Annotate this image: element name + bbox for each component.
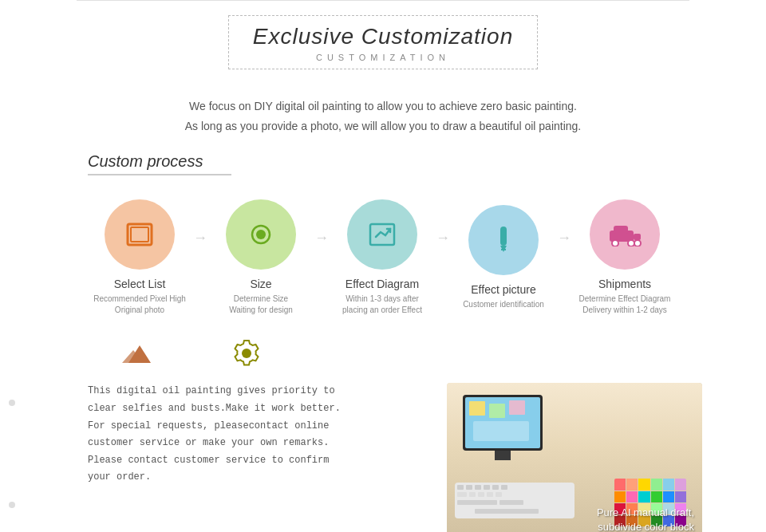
header-section: Exclusive Customization CUSTOMIZATION (0, 1, 766, 77)
step-select-list: Select List Recommended Pixel High Origi… (88, 199, 192, 316)
effect-diagram-icon (368, 223, 397, 246)
svg-rect-25 (501, 485, 507, 490)
body-line5: Please contact customer service to confi… (88, 452, 423, 470)
color-swatch (614, 479, 626, 490)
arrow-3: → (436, 230, 450, 246)
keyboard (455, 483, 574, 518)
color-swatch (638, 491, 650, 502)
content-area: Custom process Select List (24, 144, 766, 532)
bottom-section: This digital oil painting gives priority… (24, 375, 766, 532)
main-content: Custom process Select List (0, 144, 766, 532)
svg-rect-20 (457, 485, 464, 490)
header-border-box: Exclusive Customization CUSTOMIZATION (228, 15, 538, 69)
header-subtitle: CUSTOMIZATION (253, 53, 513, 62)
circle-select-list (105, 199, 175, 270)
svg-rect-28 (478, 492, 484, 497)
svg-rect-32 (499, 500, 523, 505)
svg-rect-17 (489, 404, 505, 418)
svg-rect-5 (500, 227, 507, 246)
svg-rect-16 (469, 401, 485, 416)
caption-line1: Pure AI manual draft, (597, 506, 694, 518)
svg-point-12 (628, 240, 634, 246)
caption-line2: subdivide color block (598, 521, 694, 532)
mountain-icon (122, 342, 157, 365)
step-label-5: Shipments (598, 278, 651, 290)
steps-container: Select List Recommended Pixel High Origi… (88, 191, 702, 324)
color-swatch (614, 491, 626, 502)
svg-rect-9 (614, 226, 628, 234)
color-swatch (638, 479, 650, 490)
page-wrapper: Exclusive Customization CUSTOMIZATION We… (0, 0, 766, 532)
extra-icon-mountain (88, 342, 192, 365)
color-swatch (675, 479, 686, 490)
intro-section: We focus on DIY digital oil painting to … (0, 77, 766, 144)
body-line3: For special requests, pleasecontact onli… (88, 418, 423, 435)
circle-effect-diagram (347, 199, 417, 270)
step-desc-5: Determine Effect Diagram Delivery within… (579, 294, 671, 316)
svg-rect-24 (492, 485, 499, 490)
svg-rect-33 (475, 509, 539, 514)
right-image-panel: Pure AI manual draft, subdivide color bl… (447, 383, 702, 532)
svg-rect-31 (457, 500, 497, 505)
keyboard-keys (455, 483, 574, 518)
color-swatch (651, 491, 662, 502)
step-shipments: Shipments Determine Effect Diagram Deliv… (573, 199, 677, 316)
body-line4: customer service or make your own remark… (88, 435, 423, 452)
svg-rect-27 (469, 492, 476, 497)
color-swatch (651, 479, 662, 490)
step-label-3: Effect Diagram (345, 278, 419, 290)
svg-rect-30 (496, 492, 502, 497)
step-desc-4: Customer identification (463, 299, 544, 310)
svg-rect-18 (509, 400, 525, 415)
section-title-underline (88, 174, 231, 175)
svg-rect-19 (473, 421, 529, 441)
step-desc-3: Within 1-3 days after placing an order E… (342, 294, 422, 316)
step-effect-diagram: Effect Diagram Within 1-3 days after pla… (330, 199, 434, 316)
arrow-2: → (314, 230, 329, 246)
svg-rect-23 (484, 485, 490, 490)
svg-point-13 (634, 240, 641, 246)
process-section: Custom process Select List (24, 144, 766, 340)
color-swatch (626, 479, 638, 490)
svg-point-11 (612, 240, 618, 246)
image-caption: Pure AI manual draft, subdivide color bl… (597, 506, 694, 532)
extra-icon-gear (195, 340, 298, 367)
intro-line2: As long as you provide a photo, we will … (64, 116, 702, 136)
color-swatch (663, 491, 674, 502)
arrow-1: → (193, 230, 207, 246)
svg-rect-4 (370, 224, 394, 245)
intro-line1: We focus on DIY digital oil painting to … (64, 97, 702, 116)
monitor (463, 395, 543, 451)
svg-rect-1 (131, 227, 148, 242)
extra-icons-row (24, 340, 766, 375)
section-title: Custom process (88, 152, 702, 171)
body-line1: This digital oil painting gives priority… (88, 383, 423, 400)
arrow-4: → (557, 230, 571, 246)
svg-rect-22 (475, 485, 481, 490)
circle-effect-picture (468, 205, 539, 275)
step-label-1: Select List (114, 278, 166, 290)
color-swatch (675, 491, 686, 502)
color-swatch (663, 479, 674, 490)
monitor-screen (465, 397, 540, 448)
color-swatch (626, 491, 638, 502)
svg-point-2 (256, 230, 266, 239)
car-icon (607, 223, 642, 246)
body-line6: your order. (88, 469, 423, 487)
circle-size (226, 199, 296, 270)
svg-rect-29 (487, 492, 493, 497)
svg-rect-7 (501, 249, 506, 250)
left-text-panel: This digital oil painting gives priority… (88, 383, 431, 532)
svg-rect-10 (634, 234, 641, 240)
pen-icon (496, 227, 511, 254)
select-list-icon (125, 223, 154, 246)
left-dot-2 (9, 502, 15, 508)
size-icon (249, 223, 273, 246)
circle-shipments (590, 199, 660, 270)
left-dots (0, 144, 24, 532)
header-title: Exclusive Customization (253, 24, 513, 49)
step-label-4: Effect picture (471, 283, 535, 296)
gear-icon (233, 340, 260, 367)
svg-rect-21 (466, 485, 472, 490)
body-line2: clear selfies and busts.Make it work bet… (88, 400, 423, 418)
